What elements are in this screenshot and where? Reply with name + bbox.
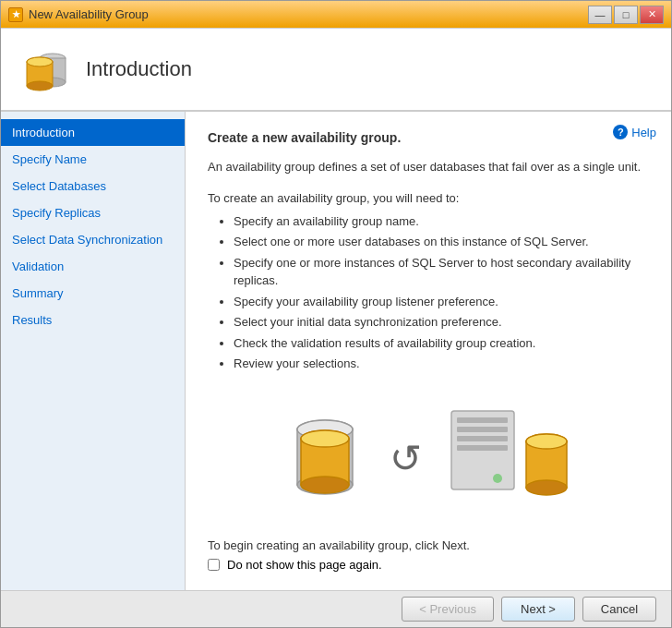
- database-icon-single: [288, 411, 362, 506]
- sync-arrows: ↺: [390, 436, 422, 481]
- maximize-button[interactable]: □: [614, 6, 638, 24]
- previous-button[interactable]: < Previous: [402, 597, 494, 622]
- instruction-6: Check the validation results of availabi…: [234, 334, 649, 353]
- sidebar: Introduction Specify Name Select Databas…: [1, 112, 186, 590]
- checkbox-label[interactable]: Do not show this page again.: [227, 558, 382, 572]
- main-content: ? Help Create a new availability group. …: [186, 112, 671, 590]
- header-icon: [19, 43, 71, 95]
- instruction-5: Select your initial data synchronization…: [234, 313, 649, 332]
- window-title: New Availability Group: [29, 7, 149, 21]
- cancel-button[interactable]: Cancel: [582, 597, 656, 622]
- instruction-3: Specify one or more instances of SQL Ser…: [234, 254, 649, 290]
- sidebar-item-select-data-sync[interactable]: Select Data Synchronization: [1, 226, 185, 253]
- instruction-1: Specify an availability group name.: [234, 212, 649, 231]
- svg-point-23: [526, 480, 567, 495]
- begin-text: To begin creating an availability group,…: [208, 538, 649, 552]
- help-link[interactable]: ? Help: [613, 125, 656, 139]
- instructions-list: Specify an availability group name. Sele…: [234, 212, 649, 373]
- sidebar-item-results[interactable]: Results: [1, 307, 185, 333]
- buttons-row: < Previous Next > Cancel: [1, 590, 671, 627]
- sidebar-item-summary[interactable]: Summary: [1, 280, 185, 307]
- svg-point-20: [493, 474, 502, 483]
- svg-point-6: [27, 57, 53, 66]
- app-icon: ★: [8, 7, 23, 22]
- svg-rect-19: [457, 445, 508, 451]
- title-controls: — □ ✕: [588, 6, 664, 24]
- description: An availability group defines a set of u…: [208, 158, 649, 176]
- title-bar: ★ New Availability Group — □ ✕: [1, 1, 671, 29]
- instruction-7: Review your selections.: [234, 355, 649, 373]
- header-area: Introduction: [1, 29, 671, 112]
- instruction-2: Select one or more user databases on thi…: [234, 233, 649, 251]
- next-button[interactable]: Next >: [501, 597, 575, 622]
- dont-show-checkbox[interactable]: [208, 559, 220, 571]
- instruction-4: Specify your availability group listener…: [234, 293, 649, 311]
- minimize-button[interactable]: —: [588, 6, 612, 24]
- close-button[interactable]: ✕: [640, 6, 664, 24]
- checkbox-row: Do not show this page again.: [208, 558, 649, 572]
- svg-rect-16: [457, 417, 508, 423]
- instructions-title: To create an availability group, you wil…: [208, 191, 649, 205]
- svg-rect-17: [457, 427, 508, 432]
- content-area: Introduction Specify Name Select Databas…: [1, 112, 671, 590]
- svg-point-5: [27, 81, 53, 91]
- svg-point-13: [301, 477, 349, 493]
- help-label: Help: [631, 126, 656, 139]
- svg-point-14: [301, 430, 349, 447]
- header-title: Introduction: [86, 57, 192, 81]
- main-title: Create a new availability group.: [208, 130, 649, 145]
- server-with-databases: [450, 406, 570, 511]
- svg-rect-18: [457, 436, 508, 441]
- window: ★ New Availability Group — □ ✕ Intr: [0, 0, 672, 628]
- svg-point-24: [526, 434, 567, 449]
- sidebar-item-specify-name[interactable]: Specify Name: [1, 146, 185, 173]
- sidebar-item-select-databases[interactable]: Select Databases: [1, 173, 185, 199]
- title-bar-left: ★ New Availability Group: [8, 7, 149, 22]
- sidebar-item-introduction[interactable]: Introduction: [1, 119, 185, 146]
- help-icon: ?: [613, 125, 628, 139]
- sidebar-item-validation[interactable]: Validation: [1, 253, 185, 280]
- diagram-area: ↺: [208, 388, 649, 538]
- sidebar-item-specify-replicas[interactable]: Specify Replicas: [1, 199, 185, 226]
